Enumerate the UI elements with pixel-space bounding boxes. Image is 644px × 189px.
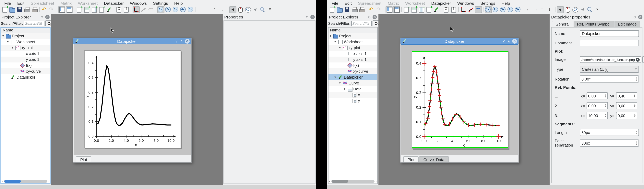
undo[interactable] bbox=[41, 6, 48, 13]
scroll-right-icon[interactable]: › bbox=[48, 180, 49, 183]
tree-name-header[interactable]: Name bbox=[1, 27, 50, 33]
shift-left-curve[interactable] bbox=[524, 6, 532, 13]
minimize-icon[interactable]: ∨ bbox=[174, 39, 179, 43]
sep[interactable] bbox=[522, 7, 524, 12]
sep[interactable] bbox=[155, 7, 157, 12]
expander-icon[interactable]: ▾ bbox=[339, 81, 343, 85]
new-datapicker[interactable] bbox=[433, 6, 440, 13]
expander-icon[interactable]: ▾ bbox=[334, 40, 338, 44]
zoom-1x[interactable] bbox=[157, 6, 164, 13]
tree-item-fx[interactable]: f(x) bbox=[328, 62, 377, 68]
ref-point-x-spinbox[interactable]: 10,00 ∧∨ bbox=[586, 112, 608, 119]
tree-item-xy-plot[interactable]: ▾ xy-plot bbox=[1, 45, 50, 51]
sep[interactable] bbox=[554, 7, 556, 12]
magnification[interactable] bbox=[586, 6, 594, 13]
menu-windows[interactable]: Windows bbox=[127, 0, 150, 6]
new-project[interactable] bbox=[328, 6, 336, 13]
tab-curve-data[interactable]: Curve: Data bbox=[419, 156, 449, 162]
subwindow-titlebar[interactable]: Datapicker ∨ ∧ ✕ bbox=[400, 38, 518, 44]
toggle-project-explorer[interactable] bbox=[386, 6, 392, 13]
ref-point-x-spinbox[interactable]: 0,00 ∧∨ bbox=[586, 102, 608, 109]
sep[interactable] bbox=[195, 7, 197, 12]
plot-image-selected[interactable]: 0.02.04.06.08.010.00.00.10.20.20.30.4xy bbox=[412, 51, 509, 149]
tree-item-x-axis-1[interactable]: x axis 1 bbox=[1, 51, 50, 57]
browse-image-button[interactable] bbox=[642, 56, 644, 63]
clear-text-icon[interactable]: ✕ bbox=[636, 58, 640, 61]
new-datapicker[interactable] bbox=[106, 6, 112, 13]
tree-item-y-column[interactable]: y bbox=[328, 98, 377, 104]
tab-plot[interactable]: Plot bbox=[76, 156, 91, 162]
spin-arrows-icon[interactable]: ∧∨ bbox=[634, 104, 636, 107]
print-preview[interactable] bbox=[31, 6, 38, 13]
import-data[interactable] bbox=[442, 6, 450, 13]
tree-item-datapicker[interactable]: ▾ Datapicker bbox=[328, 74, 377, 80]
set-axis-points[interactable] bbox=[132, 6, 140, 13]
spin-arrows-icon[interactable]: ∧∨ bbox=[604, 114, 606, 117]
select-mode[interactable] bbox=[229, 6, 236, 13]
spin-arrows-icon[interactable]: ∧∨ bbox=[635, 77, 637, 81]
save-project[interactable] bbox=[16, 6, 23, 13]
redo[interactable] bbox=[48, 6, 56, 13]
menu-settings[interactable]: Settings bbox=[478, 0, 498, 6]
sep[interactable] bbox=[130, 7, 132, 12]
sep[interactable] bbox=[383, 7, 385, 12]
select-region-mode[interactable] bbox=[252, 6, 259, 13]
sep[interactable] bbox=[73, 7, 75, 12]
maximize-icon[interactable]: ∧ bbox=[506, 39, 512, 43]
select-mode[interactable] bbox=[557, 6, 564, 13]
type-combobox[interactable]: Cartesian (x, y) ∨ bbox=[580, 66, 639, 73]
segment-length-spinbox[interactable]: 30px ∧∨ bbox=[580, 129, 639, 136]
new-matrix[interactable] bbox=[90, 6, 98, 13]
zoom-3x[interactable] bbox=[500, 6, 507, 13]
spin-arrows-icon[interactable]: ∧∨ bbox=[635, 142, 637, 145]
scroll-left-icon[interactable]: ‹ bbox=[2, 180, 3, 183]
spin-arrows-icon[interactable]: ∧∨ bbox=[634, 94, 636, 98]
name-field[interactable] bbox=[580, 30, 639, 37]
menu-matrix[interactable]: Matrix bbox=[385, 0, 402, 6]
menu-matrix[interactable]: Matrix bbox=[58, 0, 74, 6]
magnification[interactable] bbox=[259, 6, 266, 13]
save-project[interactable] bbox=[344, 6, 350, 13]
tab-ref-points-symbol[interactable]: Ref. Points Symbol bbox=[574, 21, 614, 27]
expander-icon[interactable]: ▾ bbox=[339, 46, 343, 49]
import-data[interactable] bbox=[115, 6, 122, 13]
open-project[interactable] bbox=[336, 6, 343, 13]
zoom-4x[interactable] bbox=[507, 6, 514, 13]
open-project[interactable] bbox=[9, 6, 16, 13]
expander-icon[interactable]: ▾ bbox=[344, 87, 347, 91]
set-curve-points[interactable] bbox=[467, 6, 474, 13]
expander-icon[interactable]: ▾ bbox=[2, 34, 6, 38]
zoom-5x[interactable] bbox=[187, 6, 194, 13]
sep[interactable] bbox=[440, 7, 442, 12]
shift-down-curve[interactable] bbox=[220, 6, 226, 13]
tree-item-x-column[interactable]: x bbox=[328, 92, 377, 98]
zoom-3x[interactable] bbox=[172, 6, 180, 13]
print[interactable] bbox=[351, 6, 358, 13]
menu-help[interactable]: Help bbox=[172, 0, 186, 6]
tab-general[interactable]: General bbox=[552, 21, 573, 27]
zoom-2x[interactable] bbox=[492, 6, 499, 13]
menu-spreadsheet[interactable]: Spreadsheet bbox=[28, 0, 57, 6]
zoom-5x[interactable] bbox=[514, 6, 522, 13]
export-data[interactable] bbox=[450, 6, 457, 13]
set-axis-points[interactable] bbox=[460, 6, 467, 13]
ref-point-y-spinbox[interactable]: 0,40 ∧∨ bbox=[616, 92, 637, 99]
new-matrix[interactable] bbox=[418, 6, 425, 13]
image-path-field[interactable]: /home/alex/datapicker_function.png ✕ bbox=[580, 56, 641, 63]
sep[interactable] bbox=[38, 7, 40, 12]
shift-right-curve[interactable] bbox=[532, 6, 539, 13]
close-panel-icon[interactable]: ✕ bbox=[372, 15, 377, 19]
menu-windows[interactable]: Windows bbox=[454, 0, 477, 6]
scrollbar-thumb[interactable] bbox=[332, 180, 348, 183]
tab-plot[interactable]: Plot bbox=[403, 156, 418, 162]
sep[interactable] bbox=[56, 7, 58, 12]
float-panel-icon[interactable]: ◇ bbox=[634, 15, 636, 19]
scroll-right-icon[interactable]: › bbox=[376, 180, 376, 183]
shift-down-curve[interactable] bbox=[547, 6, 554, 13]
close-panel-icon[interactable]: ✕ bbox=[310, 15, 315, 19]
tree-item-curve[interactable]: ▾ Curve bbox=[328, 80, 377, 86]
menu-edit[interactable]: Edit bbox=[14, 0, 27, 6]
shift-up-curve[interactable] bbox=[539, 6, 546, 13]
spin-arrows-icon[interactable]: ∧∨ bbox=[604, 104, 606, 107]
export-data[interactable] bbox=[123, 6, 130, 13]
